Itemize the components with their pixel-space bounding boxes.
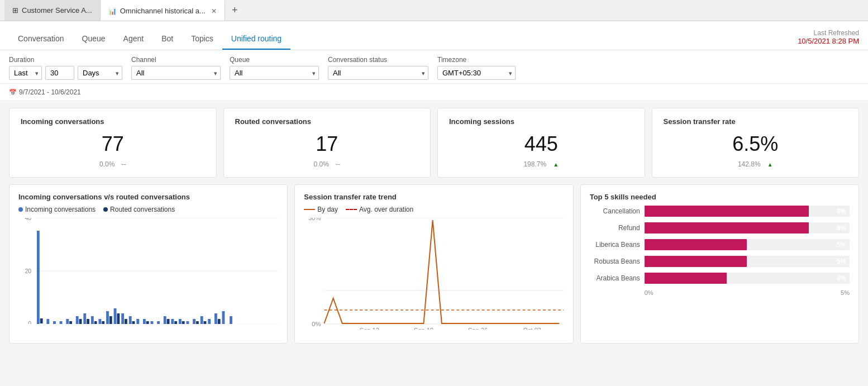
tab-topics[interactable]: Topics <box>182 28 222 50</box>
svg-rect-25 <box>121 313 124 324</box>
legend-by-day-line <box>304 209 315 210</box>
svg-rect-14 <box>79 319 82 324</box>
chart-incoming-vs-routed-title: Incoming conversations v/s routed conver… <box>18 193 278 201</box>
tab-agent[interactable]: Agent <box>115 28 153 50</box>
svg-rect-42 <box>196 321 199 324</box>
svg-rect-19 <box>98 319 101 324</box>
date-range-display: 📅 9/7/2021 - 10/6/2021 <box>9 88 859 96</box>
kpi-routed-conv-dash: -- <box>336 160 340 168</box>
timezone-label: Timezone <box>437 56 516 64</box>
skill-bar-bg-arabica: 4% <box>645 273 850 284</box>
kpi-session-transfer-pct: 142.8% <box>738 160 761 168</box>
bar-chart-container: 40 20 0 <box>18 218 278 335</box>
tab-conversation[interactable]: Conversation <box>9 28 73 50</box>
svg-rect-16 <box>87 319 89 324</box>
legend-incoming: Incoming conversations <box>18 206 96 213</box>
svg-rect-48 <box>222 311 225 324</box>
tab-omnichannel-label: Omnichannel historical a... <box>120 7 206 15</box>
nav-tabs: Conversation Queue Agent Bot Topics Unif… <box>9 28 290 50</box>
queue-label: Queue <box>230 56 319 64</box>
svg-rect-18 <box>94 321 97 324</box>
duration-unit-select[interactable]: Days <box>78 66 122 80</box>
svg-text:Sep 19: Sep 19 <box>414 327 433 330</box>
last-refreshed-value: 10/5/2021 8:28 PM <box>798 37 859 45</box>
line-chart-container: 50% 0% Sep 12 Sep 19 Sep 26 Oct 03 <box>304 218 564 335</box>
svg-rect-47 <box>218 319 221 324</box>
close-icon[interactable]: ✕ <box>211 7 217 15</box>
svg-rect-22 <box>109 316 112 324</box>
svg-text:0: 0 <box>28 320 31 324</box>
svg-text:Sep 26: Sep 26 <box>468 327 488 330</box>
skill-bar-fill-liberica: 5% <box>645 239 747 250</box>
skill-row-arabica: Arabica Beans 4% <box>590 273 850 284</box>
last-refreshed-info: Last Refreshed 10/5/2021 8:28 PM <box>798 29 859 50</box>
svg-rect-45 <box>208 319 211 324</box>
duration-preset-select[interactable]: Last <box>9 66 42 80</box>
svg-rect-15 <box>83 313 86 324</box>
kpi-session-transfer-footer: 142.8% ▲ <box>664 160 848 168</box>
chart-session-transfer-legend: By day Avg. over duration <box>304 206 564 213</box>
svg-rect-13 <box>76 316 79 324</box>
svg-rect-26 <box>125 319 127 324</box>
svg-rect-6 <box>37 231 40 324</box>
last-refreshed-label: Last Refreshed <box>798 29 859 37</box>
tab-add-button[interactable]: + <box>225 0 245 21</box>
kpi-incoming-sessions-footer: 198.7% ▲ <box>449 160 633 168</box>
svg-rect-39 <box>182 321 185 324</box>
queue-filter: Queue All <box>230 56 319 80</box>
kpi-routed-conv-pct: 0.0% <box>314 160 329 168</box>
tab-unified-routing[interactable]: Unified routing <box>222 28 290 50</box>
svg-rect-41 <box>193 319 195 324</box>
kpi-incoming-sessions: Incoming sessions 445 198.7% ▲ <box>437 108 645 178</box>
svg-text:Oct 03: Oct 03 <box>523 327 542 330</box>
tab-customer-service[interactable]: ⊞ Customer Service A... <box>4 0 101 21</box>
skill-pct-liberica: 5% <box>837 241 846 249</box>
date-range-bar: 📅 9/7/2021 - 10/6/2021 <box>0 84 868 101</box>
queue-select[interactable]: All <box>230 66 319 80</box>
svg-rect-10 <box>60 321 63 324</box>
legend-avg-duration: Avg. over duration <box>346 206 413 213</box>
legend-by-day-label: By day <box>317 206 338 213</box>
svg-rect-36 <box>171 319 174 324</box>
tab-queue[interactable]: Queue <box>73 28 115 50</box>
legend-routed-label: Routed conversations <box>110 206 175 213</box>
svg-text:40: 40 <box>25 218 31 221</box>
kpi-routed-conversations: Routed conversations 17 0.0% -- <box>223 108 431 178</box>
svg-rect-43 <box>201 316 203 324</box>
kpi-session-transfer-title: Session transfer rate <box>664 117 848 126</box>
svg-rect-8 <box>46 319 49 324</box>
timezone-select[interactable]: GMT+05:30 <box>437 66 516 80</box>
main-content: Incoming conversations 77 0.0% -- Routed… <box>0 101 868 350</box>
skill-label-refund: Refund <box>590 224 640 232</box>
svg-rect-49 <box>230 316 232 324</box>
line-chart-svg: 50% 0% Sep 12 Sep 19 Sep 26 Oct 03 <box>304 218 564 330</box>
skill-bar-fill-refund: 8% <box>645 222 809 233</box>
conv-status-select[interactable]: All <box>328 66 428 80</box>
tab-bot[interactable]: Bot <box>152 28 182 50</box>
tab-omnichannel[interactable]: 📊 Omnichannel historical a... ✕ <box>101 0 225 21</box>
skill-label-liberica: Liberica Beans <box>590 241 640 249</box>
channel-select[interactable]: All <box>131 66 221 80</box>
skill-label-arabica: Arabica Beans <box>590 274 640 282</box>
svg-rect-28 <box>132 321 135 324</box>
svg-rect-40 <box>187 321 189 324</box>
chart-top5-skills: Top 5 skills needed Cancellation 8% Refu… <box>580 184 859 344</box>
kpi-session-transfer-value: 6.5% <box>664 132 848 156</box>
kpi-row: Incoming conversations 77 0.0% -- Routed… <box>9 108 859 178</box>
svg-rect-21 <box>106 311 109 324</box>
duration-value-input[interactable] <box>45 66 74 80</box>
kpi-routed-conv-title: Routed conversations <box>235 117 419 126</box>
chart-incoming-vs-routed-legend: Incoming conversations Routed conversati… <box>18 206 278 213</box>
svg-rect-35 <box>167 319 170 324</box>
filters-bar: Duration Last Days Channel All Queue <box>0 50 868 84</box>
svg-rect-38 <box>179 319 182 324</box>
kpi-session-transfer-rate: Session transfer rate 6.5% 142.8% ▲ <box>652 108 860 178</box>
skill-pct-arabica: 4% <box>837 274 846 282</box>
kpi-routed-conv-value: 17 <box>235 132 419 156</box>
chart-icon: 📊 <box>108 7 117 15</box>
svg-text:20: 20 <box>25 268 31 274</box>
skill-bar-bg-liberica: 5% <box>645 239 850 250</box>
skill-bar-fill-arabica: 4% <box>645 273 727 284</box>
svg-text:Sep 12: Sep 12 <box>360 327 379 330</box>
skill-pct-cancellation: 8% <box>837 207 846 215</box>
